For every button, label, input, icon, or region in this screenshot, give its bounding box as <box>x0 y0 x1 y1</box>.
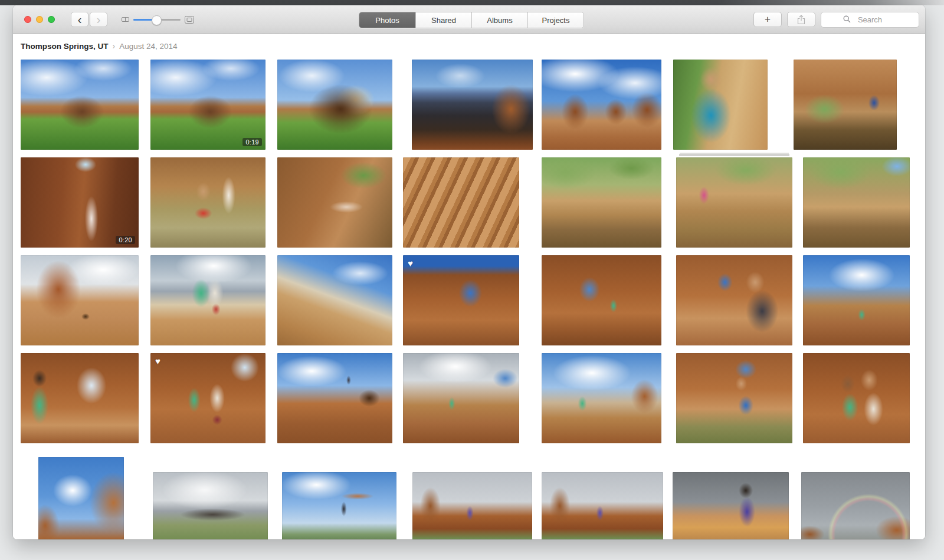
photos-app-window: ‹ › Photos Shared Albums Projects + <box>13 5 925 539</box>
photo-grid: 0:190:20♥♥ <box>13 34 925 539</box>
back-button[interactable]: ‹ <box>71 12 88 27</box>
favorite-heart-icon: ♥ <box>155 356 160 366</box>
navigation-buttons: ‹ › <box>71 12 107 27</box>
minimize-button[interactable] <box>36 16 43 23</box>
search-icon <box>843 15 851 23</box>
tab-photos[interactable]: Photos <box>359 12 415 28</box>
photo-thumbnail[interactable] <box>153 472 268 539</box>
photo-thumbnail[interactable] <box>277 157 392 248</box>
video-duration-badge: 0:19 <box>242 138 262 146</box>
photo-thumbnail[interactable] <box>277 353 392 443</box>
view-tabs: Photos Shared Albums Projects <box>359 12 584 28</box>
photo-thumbnail[interactable] <box>412 60 533 150</box>
photo-thumbnail[interactable] <box>794 60 897 150</box>
photo-thumbnail[interactable] <box>150 255 266 345</box>
photo-thumbnail[interactable] <box>542 472 663 539</box>
favorite-heart-icon: ♥ <box>408 258 413 268</box>
photo-thumbnail[interactable] <box>21 255 139 345</box>
zoom-slider-track[interactable] <box>133 19 181 21</box>
photo-thumbnail[interactable]: 0:19 <box>150 60 266 150</box>
photo-thumbnail[interactable] <box>676 255 792 345</box>
page-background-strip <box>0 0 944 5</box>
photo-thumbnail[interactable] <box>542 60 661 150</box>
photo-thumbnail[interactable] <box>676 353 792 443</box>
content-area: Thompson Springs, UT › August 24, 2014 0… <box>13 34 925 539</box>
photo-thumbnail[interactable] <box>403 157 519 248</box>
tab-albums[interactable]: Albums <box>471 12 527 28</box>
add-button[interactable]: + <box>753 12 782 27</box>
photo-thumbnail[interactable] <box>542 255 661 345</box>
photo-thumbnail[interactable]: ♥ <box>403 255 519 345</box>
close-button[interactable] <box>24 16 31 23</box>
zoom-slider-thumb[interactable] <box>152 15 162 25</box>
photo-thumbnail[interactable] <box>676 157 792 248</box>
photo-thumbnail[interactable]: 0:20 <box>21 157 139 248</box>
burst-stack-indicator <box>679 154 789 156</box>
photo-thumbnail[interactable] <box>21 60 139 150</box>
photo-thumbnail[interactable] <box>801 472 910 539</box>
photo-thumbnail[interactable] <box>542 157 661 248</box>
photo-thumbnail[interactable] <box>803 353 910 443</box>
thumbnail-zoom-control <box>122 5 194 34</box>
toolbar: ‹ › Photos Shared Albums Projects + <box>13 5 925 34</box>
window-controls <box>24 16 55 23</box>
large-thumbnails-icon <box>185 16 194 24</box>
small-thumbnails-icon <box>122 17 129 22</box>
tab-projects[interactable]: Projects <box>527 12 584 28</box>
photo-thumbnail[interactable]: ♥ <box>150 353 266 443</box>
photo-thumbnail[interactable] <box>277 255 392 345</box>
share-icon <box>797 15 805 25</box>
fullscreen-button[interactable] <box>48 16 55 23</box>
photo-thumbnail[interactable] <box>542 353 661 443</box>
photo-thumbnail[interactable] <box>38 457 124 539</box>
toolbar-right-controls: + <box>753 5 919 34</box>
photo-thumbnail[interactable] <box>150 157 266 248</box>
share-button[interactable] <box>787 12 815 27</box>
search-field[interactable] <box>821 12 919 28</box>
tab-shared[interactable]: Shared <box>415 12 471 28</box>
photo-thumbnail[interactable] <box>21 353 139 443</box>
photo-thumbnail[interactable] <box>673 472 789 539</box>
photo-thumbnail[interactable] <box>282 472 396 539</box>
video-duration-badge: 0:20 <box>116 236 135 244</box>
photo-thumbnail[interactable] <box>803 255 910 345</box>
photo-thumbnail[interactable] <box>803 157 910 248</box>
photo-thumbnail[interactable] <box>403 353 519 443</box>
photo-thumbnail[interactable] <box>412 472 532 539</box>
photo-thumbnail[interactable] <box>673 60 768 150</box>
search-input[interactable] <box>821 12 919 28</box>
photo-thumbnail[interactable] <box>277 60 392 150</box>
forward-button[interactable]: › <box>90 12 107 27</box>
